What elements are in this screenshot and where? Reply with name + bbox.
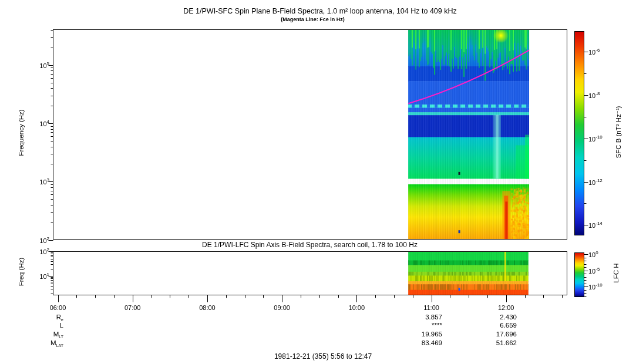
x-tick-label: 06:00 xyxy=(46,304,70,312)
x-tick-label: 10:00 xyxy=(344,304,369,312)
sfc-y-tick-label: 102 xyxy=(29,235,49,245)
ephemeris-value: **** xyxy=(407,322,442,329)
figure-caption: 1981-12-21 (355) 5:56 to 12:47 xyxy=(117,352,529,360)
x-tick-label: 08:00 xyxy=(195,304,220,312)
ephemeris-value: 17.696 xyxy=(482,331,517,338)
ephemeris-label-l: L xyxy=(23,322,63,330)
lfc-colorbar-tick-label: 10-10 xyxy=(588,281,612,291)
x-tick-label: 11:00 xyxy=(419,304,444,312)
x-tick-label: 07:00 xyxy=(120,304,145,312)
sfc-colorbar-tick-label: 10-14 xyxy=(588,220,612,230)
sfc-colorbar-tick-label: 10-12 xyxy=(588,177,612,187)
lfc-colorbar-label: LFC H xyxy=(613,238,620,308)
ephemeris-value: 6.659 xyxy=(482,322,517,329)
spectrogram-figure: DE 1/PWI-SFC Spin Plane B-Field Spectra,… xyxy=(0,0,636,364)
lfc-colorbar-tick-label: 100 xyxy=(588,249,612,259)
ephemeris-label-mlt: MLT xyxy=(23,331,63,339)
ephemeris-value: 83.469 xyxy=(407,339,442,346)
lfc-y-axis-label: Freq (Hz) xyxy=(18,225,25,319)
lfc-y-tick-label: 102 xyxy=(29,246,49,256)
sfc-panel-title: DE 1/PWI-SFC Spin Plane B-Field Spectra,… xyxy=(56,7,584,15)
sfc-colorbar-label: SFC B (nT² Hz⁻¹) xyxy=(614,56,622,208)
spectrogram-canvas xyxy=(0,0,636,364)
lfc-panel-title: DE 1/PWI-LFC Spin Axis B-Field Spectra, … xyxy=(53,241,567,249)
ephemeris-value: 3.857 xyxy=(407,314,442,321)
lfc-colorbar-tick-label: 10-5 xyxy=(588,265,612,275)
x-tick-label: 12:00 xyxy=(494,304,519,312)
lfc-y-tick-label: 101 xyxy=(29,271,49,281)
ephemeris-label-mlat: MLAT xyxy=(23,339,63,348)
ephemeris-value: 51.662 xyxy=(482,339,517,346)
sfc-y-axis-label: Frequency (Hz) xyxy=(18,56,25,209)
sfc-y-tick-label: 105 xyxy=(29,60,49,70)
sfc-panel-subtitle: (Magenta Line: Fce in Hz) xyxy=(53,16,573,22)
x-tick-label: 09:00 xyxy=(270,304,294,312)
ephemeris-label-re: Re xyxy=(23,314,63,322)
sfc-colorbar-tick-label: 10-6 xyxy=(588,46,612,56)
sfc-y-tick-label: 103 xyxy=(29,176,49,186)
ephemeris-value: 2.430 xyxy=(482,314,517,321)
sfc-y-tick-label: 104 xyxy=(29,118,49,128)
sfc-colorbar-tick-label: 10-8 xyxy=(588,90,612,100)
ephemeris-value: 19.965 xyxy=(407,331,442,338)
sfc-colorbar-tick-label: 10-10 xyxy=(588,133,612,143)
